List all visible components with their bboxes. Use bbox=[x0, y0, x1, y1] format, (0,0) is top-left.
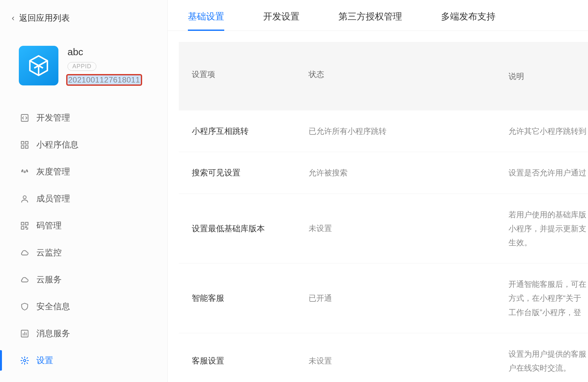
sidebar-item-label: 设置 bbox=[36, 355, 53, 366]
table-row[interactable]: 搜索可见设置 允许被搜索 设置是否允许用户通过 bbox=[179, 152, 588, 194]
code-icon bbox=[20, 113, 29, 122]
setting-name: 设置最低基础库版本 bbox=[179, 210, 309, 248]
tab-basic[interactable]: 基础设置 bbox=[188, 8, 224, 31]
svg-point-5 bbox=[24, 171, 26, 172]
gear-icon bbox=[20, 356, 29, 365]
setting-desc: 开通智能客服后，可在方式，在小程序“关于工作台版”小程序，登 bbox=[508, 263, 588, 333]
svg-point-11 bbox=[24, 359, 26, 362]
tab-third[interactable]: 第三方授权管理 bbox=[338, 8, 402, 31]
setting-desc: 设置是否允许用户通过 bbox=[508, 152, 588, 193]
sidebar-item-security[interactable]: 安全信息 bbox=[0, 293, 167, 320]
setting-desc: 允许其它小程序跳转到 bbox=[508, 110, 588, 152]
sidebar-item-label: 码管理 bbox=[36, 220, 62, 231]
appid-badge: APPID bbox=[67, 62, 96, 71]
app-info: abc APPID 2021001127618011 bbox=[0, 32, 167, 96]
tab-dev[interactable]: 开发设置 bbox=[263, 8, 300, 31]
sidebar-item-label: 云服务 bbox=[36, 274, 62, 285]
sidebar-item-gray-manage[interactable]: 灰度管理 bbox=[0, 158, 167, 185]
svg-rect-1 bbox=[21, 141, 24, 144]
svg-rect-7 bbox=[21, 222, 24, 225]
qr-icon bbox=[20, 221, 29, 230]
tab-multiend[interactable]: 多端发布支持 bbox=[441, 8, 496, 31]
app-logo-icon bbox=[19, 46, 58, 85]
setting-status: 未设置 bbox=[309, 210, 508, 247]
setting-name: 客服设置 bbox=[179, 342, 309, 380]
chart-icon bbox=[20, 329, 29, 338]
chevron-left-icon: ‹ bbox=[12, 13, 15, 23]
sidebar-item-label: 消息服务 bbox=[36, 328, 70, 339]
setting-status: 已开通 bbox=[309, 279, 508, 317]
column-header-desc: 说明 bbox=[508, 56, 588, 97]
setting-status: 未设置 bbox=[309, 342, 508, 380]
setting-status: 已允许所有小程序跳转 bbox=[309, 112, 508, 150]
sidebar-item-dev-manage[interactable]: 开发管理 bbox=[0, 104, 167, 131]
sidebar-item-label: 云监控 bbox=[36, 247, 62, 258]
sidebar-item-settings[interactable]: 设置 bbox=[0, 347, 167, 374]
svg-rect-2 bbox=[25, 141, 28, 144]
sidebar-item-miniapp-info[interactable]: 小程序信息 bbox=[0, 131, 167, 158]
settings-table-header: 设置项 状态 说明 bbox=[179, 42, 588, 110]
shield-icon bbox=[20, 302, 29, 311]
table-row[interactable]: 客服设置 未设置 设置为用户提供的客服户在线实时交流。 bbox=[179, 333, 588, 382]
table-row[interactable]: 设置最低基础库版本 未设置 若用户使用的基础库版小程序，并提示更新支生效。 bbox=[179, 194, 588, 264]
table-row[interactable]: 小程序互相跳转 已允许所有小程序跳转 允许其它小程序跳转到 bbox=[179, 110, 588, 152]
table-row[interactable]: 智能客服 已开通 开通智能客服后，可在方式，在小程序“关于工作台版”小程序，登 bbox=[179, 263, 588, 333]
cloud-icon bbox=[20, 275, 29, 284]
user-icon bbox=[20, 194, 29, 203]
sidebar-nav: 开发管理 小程序信息 灰度管理 成员管理 码管理 云监控 云服务 安全信息 消息… bbox=[0, 96, 167, 374]
broadcast-icon bbox=[20, 167, 29, 176]
svg-rect-3 bbox=[21, 146, 24, 148]
setting-name: 搜索可见设置 bbox=[179, 154, 309, 192]
sidebar-item-member-manage[interactable]: 成员管理 bbox=[0, 185, 167, 212]
sidebar-item-cloud-service[interactable]: 云服务 bbox=[0, 266, 167, 293]
setting-name: 小程序互相跳转 bbox=[179, 112, 309, 150]
svg-rect-4 bbox=[25, 146, 28, 148]
column-header-item: 设置项 bbox=[179, 56, 309, 97]
sidebar-item-cloud-monitor[interactable]: 云监控 bbox=[0, 239, 167, 266]
sidebar-item-code-manage[interactable]: 码管理 bbox=[0, 212, 167, 239]
grid-icon bbox=[20, 140, 29, 149]
sidebar-item-message[interactable]: 消息服务 bbox=[0, 320, 167, 347]
sidebar-item-label: 安全信息 bbox=[36, 301, 70, 312]
cloud-icon bbox=[20, 248, 29, 257]
svg-rect-8 bbox=[25, 222, 28, 225]
svg-rect-9 bbox=[21, 226, 24, 229]
svg-point-6 bbox=[23, 196, 26, 198]
sidebar-item-label: 灰度管理 bbox=[36, 166, 70, 177]
back-to-app-list[interactable]: ‹ 返回应用列表 bbox=[0, 0, 167, 32]
setting-name: 智能客服 bbox=[179, 279, 309, 317]
setting-desc: 若用户使用的基础库版小程序，并提示更新支生效。 bbox=[508, 194, 588, 263]
appid-value[interactable]: 2021001127618011 bbox=[67, 75, 141, 84]
back-label: 返回应用列表 bbox=[19, 12, 70, 24]
column-header-status: 状态 bbox=[309, 56, 508, 97]
sidebar-item-label: 小程序信息 bbox=[36, 139, 79, 150]
sidebar-item-label: 开发管理 bbox=[36, 112, 70, 123]
app-name: abc bbox=[67, 46, 141, 57]
main-tabs: 基础设置开发设置第三方授权管理多端发布支持 bbox=[168, 0, 588, 31]
setting-desc: 设置为用户提供的客服户在线实时交流。 bbox=[508, 333, 588, 382]
setting-status: 允许被搜索 bbox=[309, 154, 508, 192]
sidebar-item-label: 成员管理 bbox=[36, 193, 70, 204]
